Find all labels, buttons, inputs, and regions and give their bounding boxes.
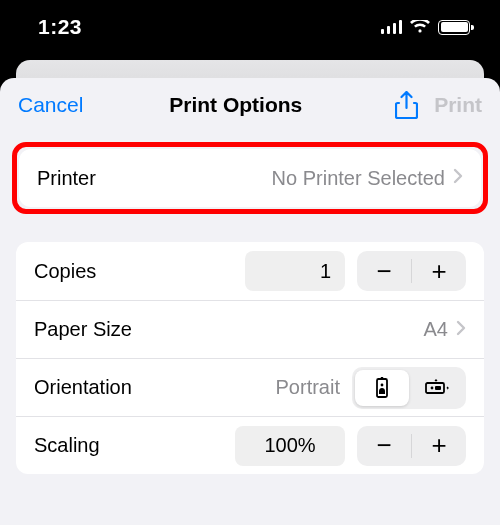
navigation-bar: Cancel Print Options Print xyxy=(0,78,500,132)
svg-point-3 xyxy=(431,386,434,389)
orientation-value: Portrait xyxy=(276,376,352,399)
printer-row-highlight: Printer No Printer Selected xyxy=(12,142,488,214)
scaling-increment-button[interactable]: + xyxy=(412,426,466,466)
copies-value[interactable]: 1 xyxy=(245,251,345,291)
cancel-button[interactable]: Cancel xyxy=(18,93,83,117)
status-bar: 1:23 xyxy=(0,0,500,60)
scaling-row: Scaling 100% − + xyxy=(16,416,484,474)
copies-row: Copies 1 − + xyxy=(16,242,484,300)
share-button[interactable] xyxy=(388,91,424,119)
print-button[interactable]: Print xyxy=(424,93,482,117)
printer-row[interactable]: Printer No Printer Selected xyxy=(19,149,481,207)
copies-increment-button[interactable]: + xyxy=(412,251,466,291)
printer-group: Printer No Printer Selected xyxy=(19,149,481,207)
orientation-segmented xyxy=(352,367,466,409)
wifi-icon xyxy=(410,20,430,34)
page-title: Print Options xyxy=(83,93,388,117)
chevron-right-icon xyxy=(456,320,466,340)
orientation-label: Orientation xyxy=(34,376,132,399)
orientation-portrait-button[interactable] xyxy=(355,370,409,406)
status-indicators xyxy=(381,20,471,35)
scaling-decrement-button[interactable]: − xyxy=(357,426,411,466)
paper-size-row[interactable]: Paper Size A4 xyxy=(16,300,484,358)
svg-rect-4 xyxy=(435,386,441,390)
svg-point-1 xyxy=(381,383,384,386)
scaling-value[interactable]: 100% xyxy=(235,426,345,466)
copies-decrement-button[interactable]: − xyxy=(357,251,411,291)
printer-value: No Printer Selected xyxy=(272,167,453,190)
orientation-row: Orientation Portrait xyxy=(16,358,484,416)
paper-size-value: A4 xyxy=(424,318,456,341)
battery-icon xyxy=(438,20,470,35)
cellular-signal-icon xyxy=(381,20,403,34)
copies-label: Copies xyxy=(34,260,96,283)
orientation-landscape-button[interactable] xyxy=(409,370,463,406)
print-options-sheet: Cancel Print Options Print Printer No Pr… xyxy=(0,78,500,525)
paper-size-label: Paper Size xyxy=(34,318,132,341)
scaling-stepper: − + xyxy=(357,426,466,466)
copies-stepper: − + xyxy=(357,251,466,291)
settings-group: Copies 1 − + Paper Size A4 Orientation xyxy=(16,242,484,474)
printer-label: Printer xyxy=(37,167,96,190)
clock: 1:23 xyxy=(38,15,82,39)
scaling-label: Scaling xyxy=(34,434,100,457)
chevron-right-icon xyxy=(453,168,463,188)
